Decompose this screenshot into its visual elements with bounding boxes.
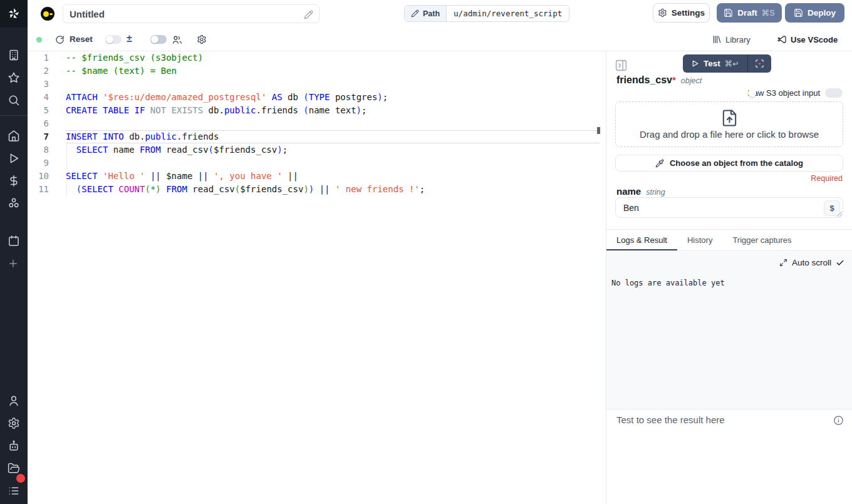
raw-s3-toggle[interactable] [825,88,843,98]
arg-name-header: name string [616,186,665,197]
test-panel: Test ⌘↵ friends_csv* object Raw S3 objec… [606,51,852,504]
code-line[interactable]: (SELECT COUNT(*) FROM read_csv($friends_… [66,183,606,196]
multiplayer-toggle[interactable] [150,35,167,44]
app-sidebar [0,0,28,504]
use-vscode-button[interactable]: Use VScode [777,34,838,44]
diff-mode-toggle[interactable] [105,35,122,44]
path-value: u/admin/reverent_script [447,6,569,21]
file-dropzone[interactable]: Drag and drop a file here or click to br… [615,101,843,147]
editor-toolbar: Reset ± Library Use VScode [28,28,852,51]
favorites-star-icon[interactable] [8,71,20,84]
code-editor[interactable]: 1234567891011 -- $friends_csv (s3object)… [28,51,606,504]
test-button[interactable]: Test ⌘↵ [683,54,747,73]
windmill-pinwheel-icon [7,7,21,21]
deploy-button[interactable]: Deploy [785,3,844,23]
script-title: Untitled [70,9,105,19]
search-icon[interactable] [8,94,20,106]
runs-play-icon[interactable] [8,152,20,165]
draft-button[interactable]: Draft ⌘S [717,3,782,23]
result-tabs: Logs & ResultHistoryTrigger captures [606,229,852,251]
resources-icon[interactable] [8,197,20,209]
multiplayer-users-icon [172,34,182,45]
code-line[interactable] [66,78,606,91]
resize-handle[interactable] [837,212,842,217]
line-number: 6 [28,117,66,130]
logs-area: Auto scroll No logs are available yet [606,252,852,409]
top-bar: Untitled Path u/admin/reverent_script Se… [28,0,852,28]
line-number: 1 [28,51,66,64]
workers-robot-icon[interactable] [8,440,20,452]
duckdb-language-icon [41,7,55,21]
code-line[interactable] [66,117,606,130]
tab-history[interactable]: History [677,230,722,250]
pipette-icon [655,159,664,168]
schedules-calendar-icon[interactable] [8,235,20,247]
line-number: 8 [28,143,66,157]
path-label: Path [423,9,440,18]
file-upload-icon [720,109,739,127]
edit-title-pencil-icon[interactable] [304,10,313,19]
path-button[interactable]: Path u/admin/reverent_script [404,5,569,22]
checkmark-icon [836,259,844,267]
line-number: 4 [28,91,66,104]
name-text-input[interactable]: Ben $ [615,197,843,218]
settings-button[interactable]: Settings [653,3,710,23]
line-number: 11 [28,183,66,196]
save-icon [794,8,803,18]
code-line[interactable]: -- $friends_csv (s3object) [66,51,606,64]
tab-logs-result[interactable]: Logs & Result [606,230,677,250]
overview-ruler-cursor [597,127,600,134]
auto-scroll-control[interactable]: Auto scroll [779,258,844,267]
draft-shortcut: ⌘S [762,8,775,18]
create-plus-icon[interactable] [8,258,20,270]
code-lines: -- $friends_csv (s3object)-- $name (text… [66,51,606,196]
folders-icon[interactable] [8,462,20,475]
line-number: 7 [28,130,66,143]
reset-refresh-icon[interactable] [55,35,65,44]
code-line[interactable]: CREATE TABLE IF NOT EXISTS db.public.fri… [66,104,606,117]
code-line[interactable]: SELECT 'Hello ' || $name || ', you have … [66,170,606,183]
choose-object-button[interactable]: Choose an object from the catalog [615,155,843,172]
raw-s3-label: Raw S3 object input [747,88,820,98]
arg-type: object [681,76,702,85]
user-icon[interactable] [8,394,20,407]
workspace-icon[interactable] [8,49,20,61]
windmill-logo[interactable] [0,0,28,28]
notification-dot [16,474,25,483]
library-button[interactable]: Library [712,34,751,44]
settings-gear-icon [658,8,667,18]
settings-gear-icon[interactable] [8,417,20,429]
sidebar-divider [0,115,28,116]
required-label: Required [811,174,843,183]
capture-scan-icon [755,59,764,68]
vscode-icon [777,34,787,44]
diff-icon: ± [127,33,132,44]
required-asterisk: * [672,75,676,85]
home-icon[interactable] [8,130,20,142]
code-line[interactable]: -- $name (text) = Ben [66,64,606,78]
tab-trigger-captures[interactable]: Trigger captures [722,230,801,250]
info-icon[interactable] [833,415,844,426]
status-dot [36,37,42,43]
save-icon [724,8,733,18]
code-line[interactable]: SELECT name FROM read_csv($friends_csv); [66,143,606,157]
line-number: 2 [28,64,66,78]
reset-button[interactable]: Reset [70,34,93,44]
code-line[interactable]: INSERT INTO db.public.friends [66,130,606,143]
arg-friends-csv-header: friends_csv* object [616,75,702,86]
result-area: Test to see the result here [606,409,852,504]
script-title-input[interactable]: Untitled [63,4,320,23]
arg-name: name [616,186,641,197]
code-line[interactable]: ATTACH '$res:u/demo/amazed_postgresql' A… [66,91,606,104]
test-button-group: Test ⌘↵ [683,54,771,73]
audit-logs-list-icon[interactable] [8,485,20,497]
result-placeholder: Test to see the result here [616,414,725,425]
expand-icon[interactable] [779,259,787,267]
play-icon [691,59,699,68]
capture-button[interactable] [748,54,771,73]
code-line[interactable] [66,157,606,170]
variables-dollar-icon[interactable] [8,175,20,187]
editor-settings-gear-icon[interactable] [197,34,207,44]
collapse-panel-icon[interactable] [615,59,628,72]
arg-name: friends_csv [616,75,672,86]
